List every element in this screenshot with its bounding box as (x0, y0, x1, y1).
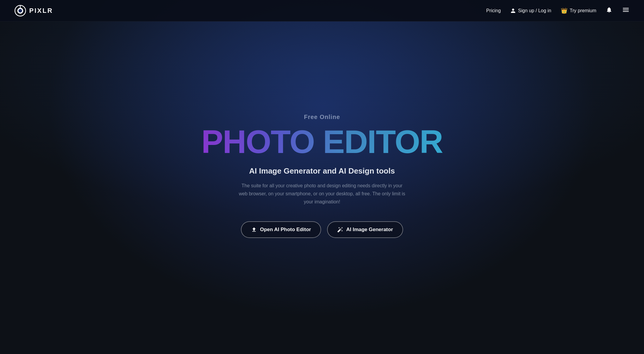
nav-right: Pricing Sign up / Log in 👑 Try premium (486, 6, 630, 16)
hero-description: The suite for all your creative photo an… (239, 182, 405, 206)
signup-link[interactable]: Sign up / Log in (510, 8, 551, 13)
svg-point-3 (18, 9, 22, 13)
wand-icon (337, 227, 343, 233)
signup-label: Sign up / Log in (518, 8, 551, 13)
logo-link[interactable]: PIXLR (14, 5, 53, 17)
hero-buttons: Open AI Photo Editor AI Image Generator (241, 221, 403, 238)
ai-generator-button[interactable]: AI Image Generator (327, 221, 403, 238)
pricing-link[interactable]: Pricing (486, 8, 501, 13)
logo-text: PIXLR (29, 7, 53, 15)
pixlr-logo-icon (14, 5, 26, 17)
navbar: PIXLR Pricing Sign up / Log in 👑 Try pre… (0, 0, 644, 21)
hero-tagline: AI Image Generator and AI Design tools (249, 166, 395, 176)
generator-button-label: AI Image Generator (346, 227, 393, 233)
premium-link[interactable]: 👑 Try premium (561, 7, 596, 14)
hero-subtitle: Free Online (304, 114, 340, 120)
hamburger-menu-icon[interactable] (622, 6, 630, 16)
hero-title: PHOTO EDITOR (201, 125, 442, 158)
crown-icon: 👑 (561, 7, 567, 14)
user-icon (510, 8, 516, 13)
upload-icon (251, 227, 257, 233)
editor-button-label: Open AI Photo Editor (260, 227, 311, 233)
hero-section: Free Online PHOTO EDITOR AI Image Genera… (0, 0, 644, 354)
premium-label: Try premium (570, 8, 596, 13)
notification-bell-icon[interactable] (606, 7, 612, 15)
open-editor-button[interactable]: Open AI Photo Editor (241, 221, 321, 238)
